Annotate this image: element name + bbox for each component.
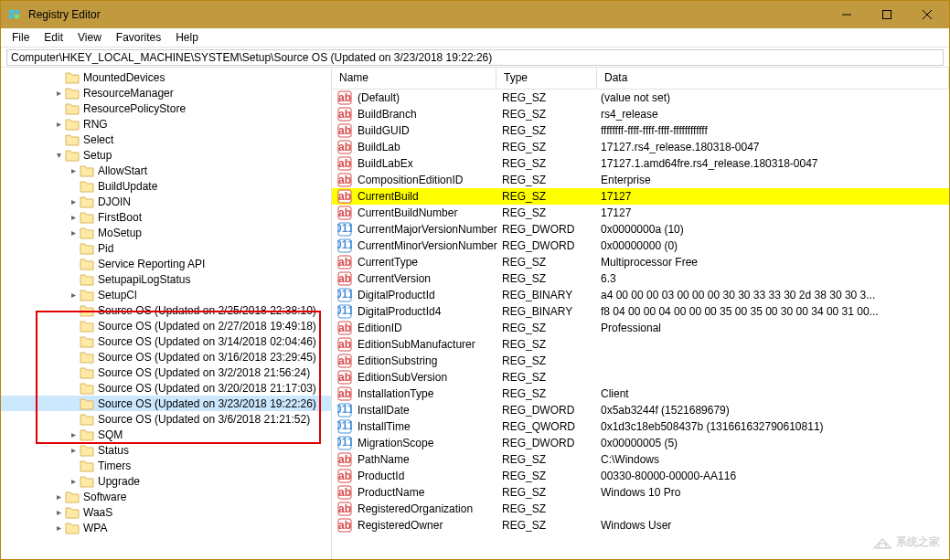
value-row[interactable]: abBuildLabExREG_SZ17127.1.amd64fre.rs4_r… [332, 155, 949, 172]
tree-toggle-icon[interactable]: ▸ [52, 119, 65, 129]
value-row[interactable]: 011CurrentMajorVersionNumberREG_DWORD0x0… [332, 221, 949, 238]
value-row[interactable]: abProductNameREG_SZWindows 10 Pro [332, 484, 949, 501]
tree-item[interactable]: Source OS (Updated on 3/16/2018 23:29:45… [1, 349, 331, 365]
tree-pane[interactable]: MountedDevices▸ResourceManagerResourcePo… [1, 68, 332, 559]
tree-item[interactable]: Source OS (Updated on 2/27/2018 19:49:18… [1, 318, 331, 333]
minimize-button[interactable] [827, 2, 867, 27]
tree-item[interactable]: Select [1, 132, 331, 147]
tree-item[interactable]: ▸ResourceManager [1, 85, 331, 100]
tree-toggle-icon[interactable]: ▸ [67, 476, 80, 486]
folder-icon [80, 366, 94, 379]
value-row[interactable]: abEditionSubVersionREG_SZ [332, 369, 949, 386]
value-row[interactable]: 011InstallTimeREG_QWORD0x1d3c18eb508437b… [332, 418, 949, 435]
tree-item[interactable]: Source OS (Updated on 3/6/2018 21:21:52) [1, 411, 331, 427]
tree-toggle-icon[interactable]: ▸ [52, 523, 65, 533]
tree-item[interactable]: Pid [1, 240, 331, 256]
tree-item[interactable]: Service Reporting API [1, 256, 331, 271]
tree-item[interactable]: ▸SetupCl [1, 287, 331, 302]
tree-item[interactable]: ResourcePolicyStore [1, 100, 331, 116]
column-type[interactable]: Type [496, 68, 597, 89]
string-value-icon: ab [337, 206, 352, 220]
tree-toggle-icon[interactable]: ▸ [52, 507, 65, 517]
value-row[interactable]: abBuildGUIDREG_SZffffffff-ffff-ffff-ffff… [332, 122, 949, 139]
tree-item[interactable]: ▸SQM [1, 427, 331, 442]
value-row[interactable]: abCompositionEditionIDREG_SZEnterprise [332, 172, 949, 188]
tree-toggle-icon[interactable]: ▸ [67, 445, 80, 455]
value-row[interactable]: abCurrentBuildREG_SZ17127 [332, 188, 949, 205]
address-input[interactable]: Computer\HKEY_LOCAL_MACHINE\SYSTEM\Setup… [6, 49, 944, 66]
value-row[interactable]: abRegisteredOrganizationREG_SZ [332, 501, 949, 517]
tree-item[interactable]: Source OS (Updated on 3/23/2018 19:22:26… [1, 396, 331, 411]
value-row[interactable]: abEditionIDREG_SZProfessional [332, 320, 949, 336]
tree-toggle-icon[interactable]: ▸ [67, 196, 80, 206]
value-row[interactable]: ab(Default)REG_SZ(value not set) [332, 90, 949, 106]
tree-label: Source OS (Updated on 3/2/2018 21:56:24) [98, 366, 310, 379]
tree-toggle-icon[interactable]: ▸ [67, 429, 80, 439]
tree-item[interactable]: ▸Software [1, 489, 331, 504]
value-row[interactable]: 011InstallDateREG_DWORD0x5ab3244f (15216… [332, 402, 949, 418]
tree-toggle-icon[interactable]: ▸ [67, 165, 80, 175]
tree-toggle-icon[interactable]: ▸ [52, 491, 65, 502]
column-data[interactable]: Data [597, 68, 949, 89]
tree-item[interactable]: Source OS (Updated on 3/2/2018 21:56:24) [1, 365, 331, 380]
menu-edit[interactable]: Edit [37, 29, 70, 46]
menu-file[interactable]: File [5, 29, 37, 46]
tree-label: ResourcePolicyStore [83, 102, 186, 115]
folder-icon [80, 335, 94, 348]
tree-label: Source OS (Updated on 2/25/2018 22:38:10… [98, 304, 316, 317]
tree-item[interactable]: SetupapiLogStatus [1, 271, 331, 287]
value-name: MigrationScope [358, 437, 502, 449]
value-row[interactable]: abCurrentTypeREG_SZMultiprocessor Free [332, 254, 949, 270]
value-row[interactable]: 011DigitalProductIdREG_BINARYa4 00 00 00… [332, 287, 949, 303]
menu-help[interactable]: Help [168, 29, 206, 46]
tree-item[interactable]: Source OS (Updated on 3/14/2018 02:04:46… [1, 333, 331, 349]
value-row[interactable]: abPathNameREG_SZC:\Windows [332, 451, 949, 468]
value-row[interactable]: abRegisteredOwnerREG_SZWindows User [332, 517, 949, 534]
tree-item[interactable]: ▾Setup [1, 147, 331, 163]
column-name[interactable]: Name [332, 68, 496, 89]
value-name: InstallationType [358, 387, 502, 400]
titlebar[interactable]: Registry Editor [1, 1, 949, 28]
value-row[interactable]: abBuildBranchREG_SZrs4_release [332, 106, 949, 122]
svg-rect-5 [883, 11, 891, 19]
value-data: (value not set) [601, 91, 949, 104]
value-type: REG_SZ [502, 387, 601, 400]
tree-item[interactable]: ▸WPA [1, 520, 331, 535]
value-row[interactable]: abCurrentVersionREG_SZ6.3 [332, 270, 949, 287]
tree-item[interactable]: ▸DJOIN [1, 194, 331, 209]
tree-item[interactable]: ▸Upgrade [1, 473, 331, 489]
value-row[interactable]: abEditionSubstringREG_SZ [332, 353, 949, 369]
tree-toggle-icon[interactable]: ▾ [52, 150, 65, 160]
value-row[interactable]: 011MigrationScopeREG_DWORD0x00000005 (5) [332, 435, 949, 451]
tree-item[interactable]: ▸WaaS [1, 504, 331, 520]
tree-item[interactable]: ▸FirstBoot [1, 209, 331, 225]
tree-item[interactable]: Source OS (Updated on 3/20/2018 21:17:03… [1, 380, 331, 396]
maximize-button[interactable] [867, 2, 907, 27]
tree-item[interactable]: BuildUpdate [1, 178, 331, 194]
menu-favorites[interactable]: Favorites [109, 29, 168, 46]
list-pane[interactable]: Name Type Data ab(Default)REG_SZ(value n… [332, 68, 949, 559]
value-row[interactable]: abEditionSubManufacturerREG_SZ [332, 336, 949, 353]
tree-toggle-icon[interactable]: ▸ [67, 212, 80, 222]
tree-toggle-icon[interactable]: ▸ [67, 227, 80, 238]
tree-item[interactable]: Source OS (Updated on 2/25/2018 22:38:10… [1, 302, 331, 318]
tree-item[interactable]: ▸MoSetup [1, 225, 331, 240]
close-button[interactable] [907, 2, 947, 27]
value-row[interactable]: 011CurrentMinorVersionNumberREG_DWORD0x0… [332, 238, 949, 254]
tree-label: Source OS (Updated on 3/6/2018 21:21:52) [98, 413, 310, 426]
value-row[interactable]: abBuildLabREG_SZ17127.rs4_release.180318… [332, 139, 949, 155]
value-row[interactable]: abInstallationTypeREG_SZClient [332, 386, 949, 402]
value-row[interactable]: 011DigitalProductId4REG_BINARYf8 04 00 0… [332, 303, 949, 320]
tree-toggle-icon[interactable]: ▸ [67, 290, 80, 300]
menu-view[interactable]: View [70, 29, 109, 46]
tree-item[interactable]: ▸Status [1, 442, 331, 458]
tree-item[interactable]: ▸RNG [1, 116, 331, 132]
value-data: f8 04 00 00 04 00 00 00 35 00 35 00 30 0… [601, 305, 949, 318]
tree-item[interactable]: MountedDevices [1, 69, 331, 85]
value-row[interactable]: abCurrentBuildNumberREG_SZ17127 [332, 205, 949, 221]
tree-item[interactable]: Timers [1, 458, 331, 473]
tree-item[interactable]: ▸AllowStart [1, 163, 331, 178]
tree-toggle-icon[interactable]: ▸ [52, 88, 65, 98]
value-row[interactable]: abProductIdREG_SZ00330-80000-00000-AA116 [332, 468, 949, 484]
value-name: InstallDate [358, 404, 502, 417]
